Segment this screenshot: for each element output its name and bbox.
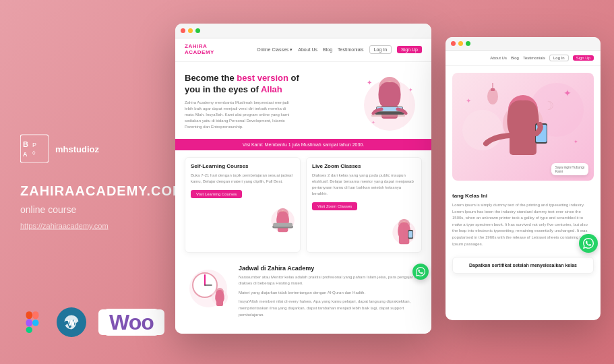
feature-desc3: Insya'Allah memberi nilai di every halve…	[239, 299, 422, 318]
nav-links: Online Classes ▾ About Us Blog Testimoni…	[257, 45, 422, 54]
site-name: ZAHIRAACADEMY.COM	[20, 183, 155, 199]
tech-icons-row: W Woo	[20, 307, 164, 337]
sec-dot-red	[451, 41, 456, 46]
self-learning-illustration	[257, 202, 295, 235]
woocommerce-icon: Woo	[98, 309, 164, 335]
live-zoom-button[interactable]: Visit Zoom Classes	[312, 202, 357, 210]
cert-label: Dapatkan sertifikat setelah menyelesaika…	[458, 263, 588, 268]
woo-label: Woo	[104, 309, 159, 336]
live-zoom-card: Live Zoom Classes Diakses 2 dari kelas y…	[306, 157, 422, 253]
browser-chrome-bar	[175, 24, 431, 38]
hero-headline: Become the best version ofyou in the eye…	[185, 73, 299, 96]
sec-nav-blog[interactable]: Blog	[511, 56, 519, 60]
svg-text:✦: ✦	[371, 120, 375, 125]
site-url: https://zahiraacademy.com	[20, 222, 155, 230]
live-zoom-inner: Live Zoom Classes Diakses 2 dari kelas y…	[312, 163, 416, 247]
feature-section: Jadwal di Zahira Academy Narasumber atau…	[175, 260, 431, 327]
hero-section: Become the best version ofyou in the eye…	[175, 62, 431, 139]
sec-nav-about[interactable]: About Us	[490, 56, 507, 60]
sec-dot-green	[466, 41, 470, 46]
nav-blog[interactable]: Blog	[323, 47, 332, 52]
svg-rect-6	[26, 319, 32, 326]
svg-text:☽: ☽	[543, 99, 554, 113]
svg-text:✦: ✦	[367, 79, 372, 86]
secondary-hero-bg: ✦ ✦ ✦	[452, 73, 594, 181]
svg-rect-19	[371, 115, 405, 117]
feature-title: Jadwal di Zahira Academy	[239, 265, 422, 272]
secondary-section-title: tang Kelas Ini	[452, 193, 594, 199]
hero-text: Become the best version ofyou in the eye…	[185, 73, 299, 130]
svg-text:✦: ✦	[466, 97, 471, 104]
browser-content: ZAHIRA ACADEMY Online Classes ▾ About Us…	[175, 38, 431, 334]
secondary-nav: About Us Blog Testimonials Log In Sign U…	[446, 51, 601, 66]
whatsapp-button-secondary[interactable]	[579, 234, 598, 253]
sec-nav-signup[interactable]: Sign Up	[573, 55, 594, 61]
secondary-browser-content: About Us Blog Testimonials Log In Sign U…	[446, 51, 601, 274]
hero-highlight: best version	[237, 73, 288, 83]
svg-rect-7	[26, 327, 32, 333]
hero-woman-svg: ✦ ✦ ✦	[341, 71, 419, 131]
self-learning-title: Self-Learning Courses	[191, 163, 295, 169]
nav-testimonials[interactable]: Testimonials	[338, 47, 364, 52]
left-info-panel: B A P ◊ mhstudioz ZAHIRAACADEMY.COM onli…	[20, 135, 155, 230]
svg-rect-32	[399, 235, 409, 243]
feature-desc2: Materi yang diajarkan tidak bertentangan…	[239, 290, 422, 297]
svg-point-43	[462, 110, 503, 150]
site-type: online course	[20, 204, 155, 215]
self-learning-button[interactable]: Visit Learning Courses	[191, 190, 242, 198]
nav-login-button[interactable]: Log In	[369, 45, 392, 54]
secondary-hero: ✦ ✦ ✦	[446, 66, 601, 187]
logo-area: B A P ◊ mhstudioz	[20, 135, 155, 163]
nav-signup-button[interactable]: Sign Up	[397, 46, 422, 53]
self-learning-card: Self-Learning Courses Buka 7-21 hari den…	[185, 157, 301, 253]
browser-dot-green	[195, 28, 200, 33]
main-background: B A P ◊ mhstudioz ZAHIRAACADEMY.COM onli…	[0, 0, 614, 364]
live-zoom-desc: Diakses 2 dari kelas yang yang pada publ…	[312, 173, 416, 197]
self-learning-desc: Buka 7-21 hari dengan topik pembelajaran…	[191, 173, 295, 185]
courses-section: Self-Learning Courses Buka 7-21 hari den…	[175, 150, 431, 260]
brand-logo-mark: B A P ◊	[20, 135, 49, 163]
svg-rect-54	[491, 88, 495, 91]
svg-point-9	[32, 320, 38, 326]
pink-banner: Visi Kami: Membantu 1 juta Muslimah samp…	[175, 139, 431, 150]
svg-text:✦: ✦	[574, 139, 578, 145]
svg-rect-5	[26, 311, 32, 319]
nav-about[interactable]: About Us	[298, 47, 317, 52]
nav-online-classes[interactable]: Online Classes ▾	[257, 47, 293, 53]
chat-bubble: Saya ingin HubungiKami	[551, 163, 588, 175]
svg-text:◊: ◊	[32, 150, 36, 156]
wordpress-icon: W	[57, 307, 86, 337]
svg-rect-0	[20, 135, 49, 163]
svg-text:✦: ✦	[563, 88, 572, 98]
live-zoom-title: Live Zoom Classes	[312, 163, 416, 169]
main-browser-mockup: ZAHIRA ACADEMY Online Classes ▾ About Us…	[175, 24, 431, 334]
browser-dot-red	[181, 28, 185, 33]
svg-rect-8	[32, 311, 38, 319]
browser-dot-yellow	[188, 28, 193, 33]
mhstudioz-brand: mhstudioz	[55, 144, 99, 154]
live-zoom-illustration	[379, 214, 416, 247]
svg-text:P: P	[32, 142, 36, 148]
secondary-text-section: tang Kelas Ini Lorem ipsum is simply dum…	[446, 187, 601, 257]
sec-nav-login[interactable]: Log In	[549, 55, 569, 61]
secondary-browser-mockup: About Us Blog Testimonials Log In Sign U…	[446, 37, 601, 320]
site-logo: ZAHIRA ACADEMY	[185, 44, 214, 56]
svg-text:B: B	[23, 140, 28, 148]
figma-icon	[20, 310, 44, 334]
svg-text:W: W	[67, 318, 75, 327]
feature-desc1: Narasumber atau Mentor kelas adalah prak…	[239, 274, 422, 287]
certificate-card: Dapatkan sertifikat setelah menyelesaika…	[452, 257, 594, 274]
hero-accent: Allah	[261, 84, 282, 94]
whatsapp-button-main[interactable]	[412, 264, 429, 280]
clock-illustration	[185, 265, 232, 312]
self-learning-inner: Self-Learning Courses Buka 7-21 hari den…	[191, 163, 295, 235]
svg-text:✦: ✦	[408, 87, 413, 93]
secondary-section-text: Lorem ipsum is simply dummy text of the …	[452, 202, 594, 247]
site-navigation: ZAHIRA ACADEMY Online Classes ▾ About Us…	[175, 38, 431, 62]
svg-rect-34	[408, 231, 412, 238]
secondary-browser-bar	[446, 37, 601, 51]
svg-rect-41	[216, 301, 223, 306]
sec-nav-testimonials[interactable]: Testimonials	[523, 56, 545, 60]
svg-text:A: A	[23, 151, 28, 158]
svg-rect-50	[510, 131, 536, 155]
